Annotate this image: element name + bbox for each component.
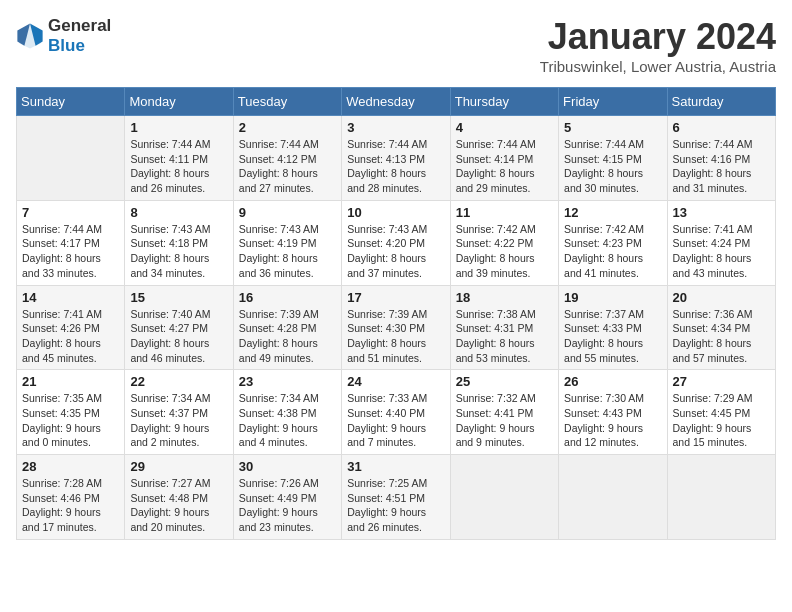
week-row-3: 14 Sunrise: 7:41 AMSunset: 4:26 PMDaylig… xyxy=(17,285,776,370)
day-number: 17 xyxy=(347,290,444,305)
day-cell: 25 Sunrise: 7:32 AMSunset: 4:41 PMDaylig… xyxy=(450,370,558,455)
day-cell: 20 Sunrise: 7:36 AMSunset: 4:34 PMDaylig… xyxy=(667,285,775,370)
day-info: Sunrise: 7:33 AMSunset: 4:40 PMDaylight:… xyxy=(347,391,444,450)
day-cell xyxy=(17,116,125,201)
day-number: 19 xyxy=(564,290,661,305)
day-cell: 17 Sunrise: 7:39 AMSunset: 4:30 PMDaylig… xyxy=(342,285,450,370)
day-cell: 5 Sunrise: 7:44 AMSunset: 4:15 PMDayligh… xyxy=(559,116,667,201)
day-info: Sunrise: 7:37 AMSunset: 4:33 PMDaylight:… xyxy=(564,307,661,366)
day-cell: 10 Sunrise: 7:43 AMSunset: 4:20 PMDaylig… xyxy=(342,200,450,285)
day-info: Sunrise: 7:26 AMSunset: 4:49 PMDaylight:… xyxy=(239,476,336,535)
day-number: 10 xyxy=(347,205,444,220)
day-info: Sunrise: 7:44 AMSunset: 4:14 PMDaylight:… xyxy=(456,137,553,196)
day-number: 9 xyxy=(239,205,336,220)
day-info: Sunrise: 7:44 AMSunset: 4:17 PMDaylight:… xyxy=(22,222,119,281)
day-info: Sunrise: 7:27 AMSunset: 4:48 PMDaylight:… xyxy=(130,476,227,535)
day-cell: 13 Sunrise: 7:41 AMSunset: 4:24 PMDaylig… xyxy=(667,200,775,285)
day-info: Sunrise: 7:25 AMSunset: 4:51 PMDaylight:… xyxy=(347,476,444,535)
header-wednesday: Wednesday xyxy=(342,88,450,116)
month-title: January 2024 xyxy=(540,16,776,58)
day-info: Sunrise: 7:44 AMSunset: 4:11 PMDaylight:… xyxy=(130,137,227,196)
day-info: Sunrise: 7:34 AMSunset: 4:38 PMDaylight:… xyxy=(239,391,336,450)
day-info: Sunrise: 7:42 AMSunset: 4:23 PMDaylight:… xyxy=(564,222,661,281)
day-info: Sunrise: 7:41 AMSunset: 4:26 PMDaylight:… xyxy=(22,307,119,366)
day-cell: 23 Sunrise: 7:34 AMSunset: 4:38 PMDaylig… xyxy=(233,370,341,455)
day-cell: 28 Sunrise: 7:28 AMSunset: 4:46 PMDaylig… xyxy=(17,455,125,540)
header-saturday: Saturday xyxy=(667,88,775,116)
day-info: Sunrise: 7:43 AMSunset: 4:19 PMDaylight:… xyxy=(239,222,336,281)
header-tuesday: Tuesday xyxy=(233,88,341,116)
day-info: Sunrise: 7:43 AMSunset: 4:20 PMDaylight:… xyxy=(347,222,444,281)
day-number: 22 xyxy=(130,374,227,389)
day-cell: 3 Sunrise: 7:44 AMSunset: 4:13 PMDayligh… xyxy=(342,116,450,201)
day-info: Sunrise: 7:42 AMSunset: 4:22 PMDaylight:… xyxy=(456,222,553,281)
day-cell: 15 Sunrise: 7:40 AMSunset: 4:27 PMDaylig… xyxy=(125,285,233,370)
day-cell: 6 Sunrise: 7:44 AMSunset: 4:16 PMDayligh… xyxy=(667,116,775,201)
logo-icon xyxy=(16,22,44,50)
day-cell: 8 Sunrise: 7:43 AMSunset: 4:18 PMDayligh… xyxy=(125,200,233,285)
calendar-header-row: SundayMondayTuesdayWednesdayThursdayFrid… xyxy=(17,88,776,116)
header-friday: Friday xyxy=(559,88,667,116)
day-number: 20 xyxy=(673,290,770,305)
day-info: Sunrise: 7:38 AMSunset: 4:31 PMDaylight:… xyxy=(456,307,553,366)
day-info: Sunrise: 7:35 AMSunset: 4:35 PMDaylight:… xyxy=(22,391,119,450)
day-info: Sunrise: 7:44 AMSunset: 4:15 PMDaylight:… xyxy=(564,137,661,196)
day-number: 24 xyxy=(347,374,444,389)
week-row-1: 1 Sunrise: 7:44 AMSunset: 4:11 PMDayligh… xyxy=(17,116,776,201)
day-cell: 4 Sunrise: 7:44 AMSunset: 4:14 PMDayligh… xyxy=(450,116,558,201)
day-number: 18 xyxy=(456,290,553,305)
header-monday: Monday xyxy=(125,88,233,116)
day-number: 16 xyxy=(239,290,336,305)
day-number: 3 xyxy=(347,120,444,135)
day-cell: 11 Sunrise: 7:42 AMSunset: 4:22 PMDaylig… xyxy=(450,200,558,285)
day-cell: 2 Sunrise: 7:44 AMSunset: 4:12 PMDayligh… xyxy=(233,116,341,201)
day-cell: 18 Sunrise: 7:38 AMSunset: 4:31 PMDaylig… xyxy=(450,285,558,370)
day-info: Sunrise: 7:39 AMSunset: 4:28 PMDaylight:… xyxy=(239,307,336,366)
day-number: 25 xyxy=(456,374,553,389)
day-info: Sunrise: 7:39 AMSunset: 4:30 PMDaylight:… xyxy=(347,307,444,366)
week-row-4: 21 Sunrise: 7:35 AMSunset: 4:35 PMDaylig… xyxy=(17,370,776,455)
day-cell: 7 Sunrise: 7:44 AMSunset: 4:17 PMDayligh… xyxy=(17,200,125,285)
day-cell: 12 Sunrise: 7:42 AMSunset: 4:23 PMDaylig… xyxy=(559,200,667,285)
title-block: January 2024 Tribuswinkel, Lower Austria… xyxy=(540,16,776,75)
day-cell: 16 Sunrise: 7:39 AMSunset: 4:28 PMDaylig… xyxy=(233,285,341,370)
day-number: 5 xyxy=(564,120,661,135)
day-cell: 27 Sunrise: 7:29 AMSunset: 4:45 PMDaylig… xyxy=(667,370,775,455)
day-number: 8 xyxy=(130,205,227,220)
calendar-table: SundayMondayTuesdayWednesdayThursdayFrid… xyxy=(16,87,776,540)
day-number: 29 xyxy=(130,459,227,474)
week-row-5: 28 Sunrise: 7:28 AMSunset: 4:46 PMDaylig… xyxy=(17,455,776,540)
day-number: 31 xyxy=(347,459,444,474)
day-number: 1 xyxy=(130,120,227,135)
day-cell: 19 Sunrise: 7:37 AMSunset: 4:33 PMDaylig… xyxy=(559,285,667,370)
day-cell: 21 Sunrise: 7:35 AMSunset: 4:35 PMDaylig… xyxy=(17,370,125,455)
day-number: 4 xyxy=(456,120,553,135)
day-number: 30 xyxy=(239,459,336,474)
day-cell: 24 Sunrise: 7:33 AMSunset: 4:40 PMDaylig… xyxy=(342,370,450,455)
location-subtitle: Tribuswinkel, Lower Austria, Austria xyxy=(540,58,776,75)
day-cell: 29 Sunrise: 7:27 AMSunset: 4:48 PMDaylig… xyxy=(125,455,233,540)
day-number: 23 xyxy=(239,374,336,389)
day-info: Sunrise: 7:30 AMSunset: 4:43 PMDaylight:… xyxy=(564,391,661,450)
day-number: 7 xyxy=(22,205,119,220)
day-info: Sunrise: 7:41 AMSunset: 4:24 PMDaylight:… xyxy=(673,222,770,281)
day-number: 11 xyxy=(456,205,553,220)
day-cell: 1 Sunrise: 7:44 AMSunset: 4:11 PMDayligh… xyxy=(125,116,233,201)
day-info: Sunrise: 7:32 AMSunset: 4:41 PMDaylight:… xyxy=(456,391,553,450)
day-info: Sunrise: 7:44 AMSunset: 4:13 PMDaylight:… xyxy=(347,137,444,196)
day-number: 13 xyxy=(673,205,770,220)
day-info: Sunrise: 7:34 AMSunset: 4:37 PMDaylight:… xyxy=(130,391,227,450)
day-info: Sunrise: 7:44 AMSunset: 4:12 PMDaylight:… xyxy=(239,137,336,196)
day-number: 6 xyxy=(673,120,770,135)
day-cell: 9 Sunrise: 7:43 AMSunset: 4:19 PMDayligh… xyxy=(233,200,341,285)
week-row-2: 7 Sunrise: 7:44 AMSunset: 4:17 PMDayligh… xyxy=(17,200,776,285)
day-info: Sunrise: 7:40 AMSunset: 4:27 PMDaylight:… xyxy=(130,307,227,366)
day-info: Sunrise: 7:43 AMSunset: 4:18 PMDaylight:… xyxy=(130,222,227,281)
day-cell: 30 Sunrise: 7:26 AMSunset: 4:49 PMDaylig… xyxy=(233,455,341,540)
header-sunday: Sunday xyxy=(17,88,125,116)
day-number: 28 xyxy=(22,459,119,474)
day-info: Sunrise: 7:36 AMSunset: 4:34 PMDaylight:… xyxy=(673,307,770,366)
day-number: 14 xyxy=(22,290,119,305)
day-cell xyxy=(559,455,667,540)
day-cell: 14 Sunrise: 7:41 AMSunset: 4:26 PMDaylig… xyxy=(17,285,125,370)
